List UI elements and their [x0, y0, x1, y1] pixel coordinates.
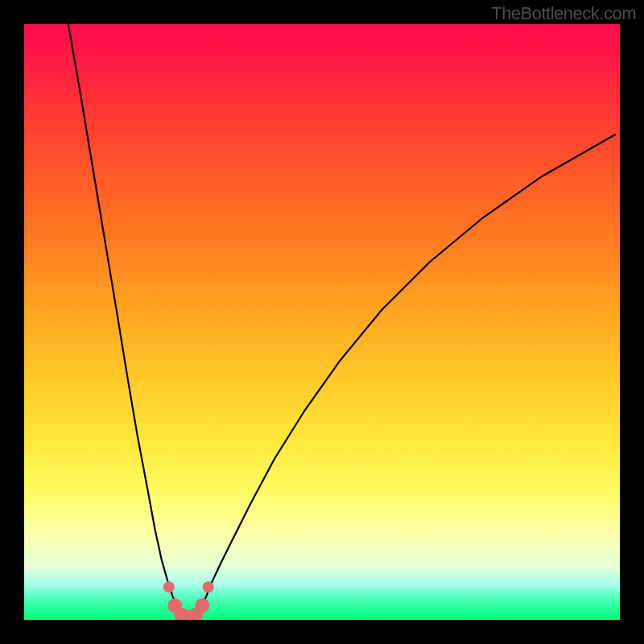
chart-plot-area [24, 24, 620, 620]
curve-right-branch [193, 134, 616, 617]
trough-marker [163, 581, 175, 592]
watermark-text: TheBottleneck.com [491, 3, 636, 24]
trough-marker [203, 581, 214, 592]
bottleneck-curve [24, 24, 620, 620]
curve-left-branch [68, 24, 184, 617]
trough-markers [163, 581, 214, 620]
trough-marker [195, 598, 209, 613]
